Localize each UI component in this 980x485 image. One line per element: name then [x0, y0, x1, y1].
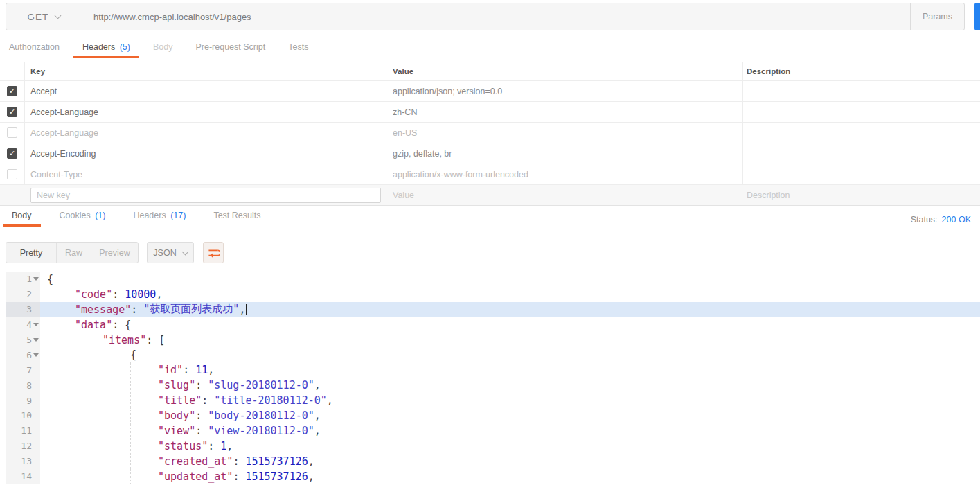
- format-select[interactable]: JSON: [147, 242, 194, 263]
- new-description-placeholder[interactable]: Description: [747, 191, 790, 200]
- indent-guide: [130, 439, 131, 454]
- token-n: 1515737126: [245, 470, 308, 483]
- row-checkbox[interactable]: ✓: [7, 148, 17, 159]
- token-k: "message": [75, 303, 131, 316]
- response-tab-bar: BodyCookies (1)Headers (17)Test Results …: [0, 206, 980, 233]
- indent-guide: [130, 378, 131, 393]
- request-tab-headers[interactable]: Headers (5): [73, 38, 139, 58]
- cell-description[interactable]: [743, 81, 980, 101]
- code-line-text[interactable]: "status": 1,: [40, 439, 980, 454]
- token-p: {: [47, 273, 53, 285]
- response-tab-cookies[interactable]: Cookies (1): [51, 206, 115, 227]
- view-mode-pretty[interactable]: Pretty: [6, 242, 56, 263]
- response-tab-body[interactable]: Body: [3, 206, 41, 227]
- indent-guide: [103, 378, 103, 393]
- code-line: 8"slug": "slug-20180112-0",: [0, 378, 980, 393]
- cell-key[interactable]: Accept-Language: [25, 102, 384, 122]
- row-checkbox[interactable]: ✓: [7, 107, 17, 117]
- code-line-text[interactable]: "items": [: [40, 333, 980, 348]
- code-line-text[interactable]: {: [40, 347, 980, 362]
- code-line-text[interactable]: "title": "title-20180112-0",: [40, 393, 980, 408]
- response-tab-count-badge: (1): [93, 211, 106, 220]
- code-line-text[interactable]: "id": 11,: [40, 362, 980, 378]
- code-line-text[interactable]: "created_at": 1515737126,: [40, 454, 980, 469]
- cell-key[interactable]: Accept: [25, 81, 384, 101]
- cell-description[interactable]: [743, 123, 980, 143]
- new-value-placeholder[interactable]: Value: [393, 191, 414, 200]
- cell-value[interactable]: application/json; version=0.0: [384, 81, 743, 101]
- response-tab-headers[interactable]: Headers (17): [124, 206, 195, 227]
- code-line-text[interactable]: "body": "body-20180112-0",: [40, 408, 980, 423]
- response-tab-test-results[interactable]: Test Results: [204, 206, 269, 227]
- line-number: 14: [21, 471, 32, 482]
- chevron-down-icon: [55, 12, 62, 19]
- params-button[interactable]: Params: [910, 3, 964, 30]
- params-label: Params: [923, 12, 952, 21]
- cell-description[interactable]: [743, 102, 980, 122]
- line-number-gutter: 2: [6, 287, 40, 302]
- code-line: 7"id": 11,: [0, 362, 980, 378]
- indent-guide: [75, 333, 75, 348]
- fold-caret-icon[interactable]: [33, 353, 39, 357]
- view-mode-raw[interactable]: Raw: [56, 242, 91, 263]
- method-dropdown[interactable]: GET: [6, 3, 82, 30]
- code-line-text[interactable]: "updated_at": 1515737126,: [40, 469, 980, 484]
- fold-slot: [32, 338, 40, 342]
- send-button[interactable]: [974, 3, 980, 30]
- cell-value[interactable]: zh-CN: [384, 102, 743, 122]
- token-k: "data": [75, 319, 112, 331]
- indent-guide: [75, 362, 75, 378]
- row-checkbox[interactable]: ✓: [7, 86, 17, 96]
- header-value-text: en-US: [393, 128, 417, 138]
- code-line-text[interactable]: {: [40, 272, 980, 287]
- new-key-input[interactable]: [30, 188, 381, 203]
- code-line-text[interactable]: "code": 10000,: [40, 287, 980, 302]
- cell-value[interactable]: application/x-www-form-urlencoded: [384, 164, 743, 184]
- code-line: 6{: [0, 347, 980, 362]
- cell-value[interactable]: en-US: [384, 123, 743, 143]
- indent-guide: [103, 439, 103, 454]
- code-line-text[interactable]: "data": {: [40, 317, 980, 333]
- line-number-gutter: 13: [6, 454, 40, 469]
- token-p: ,: [156, 288, 162, 301]
- request-tab-label: Pre-request Script: [195, 42, 265, 52]
- token-p: ,: [314, 379, 321, 391]
- line-number: 12: [21, 441, 32, 451]
- view-mode-preview[interactable]: Preview: [91, 242, 138, 263]
- indent-guide: [75, 408, 75, 423]
- fold-caret-icon[interactable]: [33, 323, 39, 326]
- token-n: 1: [220, 440, 226, 452]
- line-number: 4: [26, 319, 32, 330]
- line-number-gutter: 8: [6, 378, 40, 393]
- line-number-gutter: 9: [6, 393, 40, 408]
- cell-description[interactable]: [743, 143, 980, 164]
- cell-key[interactable]: Accept-Encoding: [25, 143, 384, 164]
- indent-guide: [75, 454, 75, 469]
- wrap-lines-button[interactable]: [203, 242, 224, 263]
- status-label: Status:: [911, 215, 938, 224]
- code-line-text[interactable]: "view": "view-20180112-0",: [40, 423, 980, 439]
- token-p: :: [195, 425, 208, 437]
- row-checkbox[interactable]: [7, 127, 17, 138]
- cell-key[interactable]: Content-Type: [25, 164, 384, 184]
- request-tab-authorization[interactable]: Authorization: [0, 38, 69, 58]
- cell-value[interactable]: gzip, deflate, br: [384, 143, 743, 164]
- url-input[interactable]: [82, 3, 910, 30]
- response-body-editor[interactable]: 1{2"code": 10000,3"message": "获取页面列表成功",…: [0, 272, 980, 485]
- request-tab-label: Authorization: [9, 42, 60, 52]
- fold-caret-icon[interactable]: [33, 277, 39, 281]
- row-checkbox[interactable]: [7, 169, 17, 179]
- request-tab-body[interactable]: Body: [144, 38, 182, 58]
- request-tab-tests[interactable]: Tests: [279, 38, 317, 58]
- indent-guide: [75, 347, 75, 362]
- request-tab-pre-request-script[interactable]: Pre-request Script: [186, 38, 274, 58]
- code-line-text[interactable]: "slug": "slug-20180112-0",: [40, 378, 980, 393]
- fold-caret-icon[interactable]: [33, 338, 39, 342]
- code-line-text[interactable]: "message": "获取页面列表成功",: [40, 302, 980, 317]
- cell-description[interactable]: [743, 164, 980, 184]
- cell-key[interactable]: Accept-Language: [25, 123, 384, 143]
- token-n: 1515737126: [245, 455, 308, 468]
- chevron-down-icon: [181, 248, 188, 255]
- indent-guide: [103, 408, 103, 423]
- code-line: 3"message": "获取页面列表成功",: [0, 302, 980, 317]
